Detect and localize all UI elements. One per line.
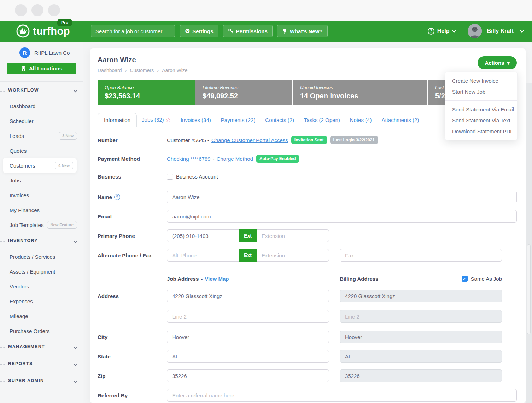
tab-notes[interactable]: Notes (4) (345, 113, 377, 127)
tab-contacts[interactable]: Contacts (2) (260, 113, 299, 127)
section-workflow[interactable]: WORKFLOW (0, 83, 83, 99)
referred-by-field[interactable] (167, 389, 517, 402)
stat-lifetime-revenue: Lifetime Revenue $49,092.52 (195, 80, 292, 105)
sidebar-item-invoices[interactable]: Invoices (0, 188, 83, 203)
menu-item-create-new-invoice[interactable]: Create New Invoice (445, 75, 517, 86)
sidebar-item-my-finances[interactable]: My Finances (0, 203, 83, 217)
name-help-icon[interactable]: ? (114, 194, 120, 200)
breadcrumb-dashboard[interactable]: Dashboard (98, 68, 122, 73)
actions-button[interactable]: Actions ▾ (478, 56, 517, 69)
job-address-line2-field[interactable] (167, 310, 329, 323)
settings-label: Settings (192, 28, 213, 34)
sidebar-item-products-services[interactable]: Products / Services (0, 249, 83, 264)
alternate-phone-field[interactable] (167, 249, 239, 262)
sidebar-item-leads[interactable]: Leads 3 New (0, 128, 83, 143)
sidebar-item-quotes[interactable]: Quotes (0, 143, 83, 158)
section-inventory[interactable]: INVENTORY (0, 234, 83, 249)
section-super-admin[interactable]: SUPER ADMIN (0, 374, 83, 389)
tab-information[interactable]: Information (98, 113, 137, 127)
chevron-down-icon (74, 345, 77, 349)
company-avatar: R (19, 47, 30, 58)
sidebar-item-expenses[interactable]: Expenses (0, 294, 83, 309)
bulb-icon (282, 28, 287, 34)
help-icon: ? (428, 28, 434, 35)
primary-phone-field[interactable] (167, 229, 239, 242)
whats-new-button[interactable]: What's New? (277, 25, 328, 37)
company-name: RIIPL Lawn Co (34, 50, 70, 56)
customer-information-form: Number Customer #5645 - Change Customer … (90, 127, 526, 402)
last-login-badge: Last Login 3/22/2021 (330, 136, 378, 144)
menu-item-send-statement-text[interactable]: Send Statement Via Text (445, 115, 517, 126)
whats-new-label: What's New? (290, 28, 323, 34)
user-name[interactable]: Billy Kraft (487, 28, 514, 34)
breadcrumb-current: Aaron Wize (162, 68, 187, 73)
menu-divider (445, 100, 517, 101)
search-input[interactable] (91, 25, 175, 37)
turfhop-grass-icon (16, 24, 30, 38)
user-avatar[interactable] (468, 24, 482, 38)
change-portal-access-link[interactable]: Change Customer Portal Access (211, 137, 288, 143)
sidebar-item-job-templates[interactable]: Job Templates New Feature (0, 217, 83, 232)
tab-invoices[interactable]: Invoices (34) (176, 113, 216, 127)
payment-account-link[interactable]: Checking ****6789 (167, 156, 210, 162)
charge-method-link[interactable]: Charge Method (216, 156, 253, 162)
name-field[interactable] (167, 191, 517, 203)
sidebar-item-mileage[interactable]: Mileage (0, 309, 83, 323)
email-field[interactable] (167, 210, 517, 223)
business-account-checkbox[interactable] (167, 174, 173, 180)
job-state-field[interactable] (167, 350, 329, 363)
tab-tasks[interactable]: Tasks (2 Open) (299, 113, 345, 127)
tab-attachments[interactable]: Attachments (2) (376, 113, 424, 127)
app-navbar: turfhop Pro ⚙ Settings Permissions What'… (0, 21, 532, 42)
job-zip-field[interactable] (167, 369, 329, 382)
sidebar: R RIIPL Lawn Co All Locations WORKFLOW D… (0, 42, 83, 403)
page-title: Aaron Wize (98, 56, 517, 64)
breadcrumb-customers[interactable]: Customers (130, 68, 154, 73)
alternate-phone-extension-field[interactable] (257, 249, 329, 262)
settings-button[interactable]: ⚙ Settings (180, 25, 218, 37)
sidebar-item-scheduler[interactable]: Scheduler (0, 113, 83, 128)
menu-item-start-new-job[interactable]: Start New Job (445, 86, 517, 97)
sidebar-item-vendors[interactable]: Vendors (0, 279, 83, 294)
view-map-link[interactable]: View Map (205, 276, 229, 282)
fax-field[interactable] (340, 249, 502, 262)
state-label: State (98, 354, 167, 360)
section-reports[interactable]: REPORTS (0, 357, 83, 372)
window-circle (15, 4, 27, 16)
primary-phone-extension-field[interactable] (257, 229, 329, 242)
alternate-phone-label: Alternate Phone / Fax (98, 252, 167, 258)
gear-icon: ⚙ (185, 28, 190, 34)
sidebar-item-dashboard[interactable]: Dashboard (0, 99, 83, 113)
same-as-job-checkbox[interactable]: ✓ (462, 276, 468, 282)
autopay-enabled-badge: Auto-Pay Enabled (256, 155, 299, 163)
sidebar-item-jobs[interactable]: Jobs (0, 173, 83, 188)
breadcrumb-separator-icon: › (157, 67, 159, 73)
billing-zip-field (340, 369, 502, 382)
help-menu[interactable]: ? Help (428, 28, 455, 35)
menu-item-send-statement-email[interactable]: Send Statement Via Email (445, 104, 517, 115)
chevron-down-icon (74, 379, 77, 383)
brand-logo-area[interactable]: turfhop Pro (0, 24, 83, 38)
tab-jobs[interactable]: Jobs (32) ☆ (137, 113, 176, 127)
window-circle (48, 4, 60, 16)
job-city-field[interactable] (167, 331, 329, 343)
tab-payments[interactable]: Payments (22) (216, 113, 261, 127)
sidebar-item-purchase-orders[interactable]: Purchase Orders (0, 323, 83, 338)
email-label: Email (98, 214, 167, 220)
permissions-button[interactable]: Permissions (223, 25, 273, 37)
scrollbar-thumb[interactable] (527, 244, 531, 334)
window-topbar (0, 0, 532, 21)
section-management[interactable]: MANAGEMENT (0, 340, 83, 355)
all-locations-button[interactable]: All Locations (7, 63, 76, 74)
address-label: Address (98, 293, 167, 299)
chevron-down-icon (520, 29, 524, 33)
building-icon (21, 66, 26, 71)
sidebar-item-assets-equipment[interactable]: Assets / Equipment (0, 264, 83, 279)
menu-item-download-statement-pdf[interactable]: Download Statement PDF (445, 126, 517, 137)
billing-state-field (340, 350, 502, 363)
job-address-line1-field[interactable] (167, 290, 329, 302)
company-switcher[interactable]: R RIIPL Lawn Co (0, 47, 83, 58)
customer-number: Customer #5645 - (167, 137, 209, 143)
city-label: City (98, 334, 167, 340)
sidebar-item-customers[interactable]: Customers 4 New (3, 158, 77, 173)
